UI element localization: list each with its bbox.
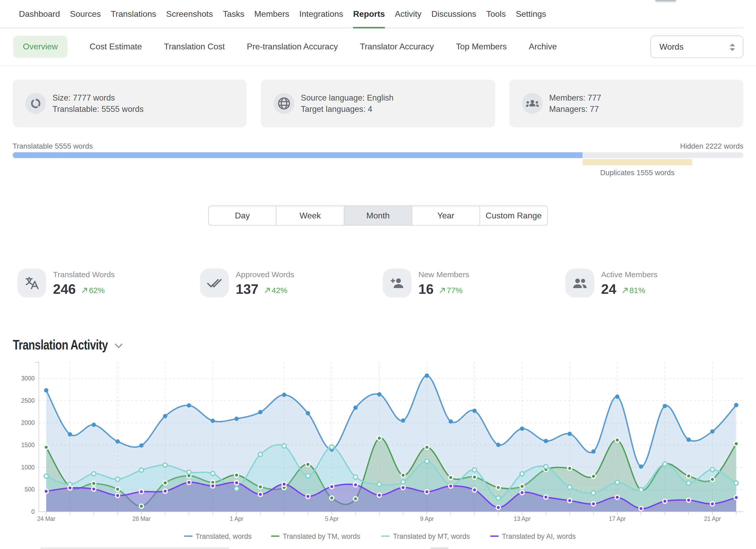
svg-text:3000: 3000 <box>21 375 35 382</box>
svg-text:1 Apr: 1 Apr <box>230 515 243 522</box>
svg-text:2500: 2500 <box>21 397 35 404</box>
svg-text:Translated by AI, words: Translated by AI, words <box>502 532 576 540</box>
svg-text:24 Mar: 24 Mar <box>37 515 55 522</box>
svg-text:0: 0 <box>31 508 35 515</box>
svg-text:5 Apr: 5 Apr <box>325 515 339 522</box>
svg-text:1000: 1000 <box>21 464 35 471</box>
svg-text:21 Apr: 21 Apr <box>704 515 721 522</box>
svg-text:Translated, words: Translated, words <box>196 532 252 540</box>
svg-text:13 Apr: 13 Apr <box>514 515 531 522</box>
svg-text:500: 500 <box>25 486 35 493</box>
svg-text:1500: 1500 <box>21 442 35 448</box>
svg-text:2000: 2000 <box>21 419 35 426</box>
svg-text:17 Apr: 17 Apr <box>609 515 626 522</box>
svg-text:Translated by TM, words: Translated by TM, words <box>283 532 360 540</box>
svg-text:Translated by MT, words: Translated by MT, words <box>393 532 470 540</box>
svg-text:28 Mar: 28 Mar <box>132 515 151 522</box>
svg-text:9 Apr: 9 Apr <box>420 515 434 522</box>
